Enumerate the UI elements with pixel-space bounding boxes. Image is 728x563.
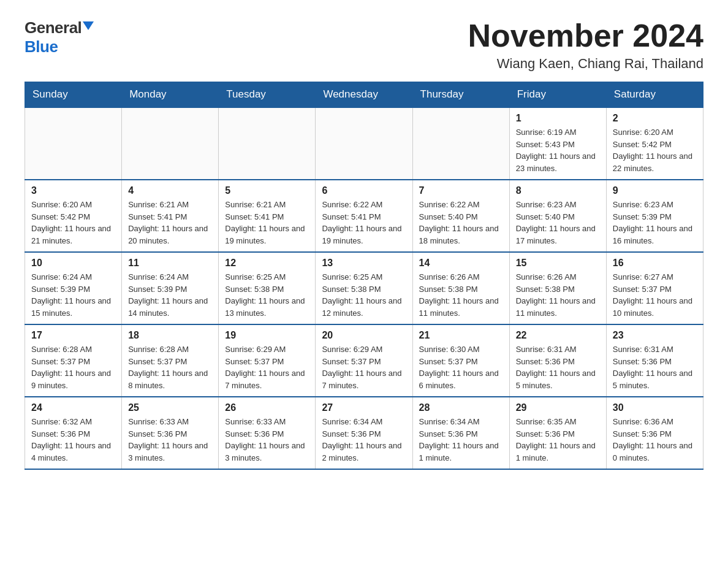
week-row-1: 1Sunrise: 6:19 AMSunset: 5:43 PMDaylight… <box>25 107 703 180</box>
day-number: 23 <box>613 330 697 341</box>
calendar-cell <box>412 107 509 180</box>
day-info: Sunrise: 6:28 AMSunset: 5:37 PMDaylight:… <box>128 343 212 391</box>
header: General Blue November 2024 Wiang Kaen, C… <box>25 18 703 72</box>
day-number: 28 <box>419 402 503 413</box>
calendar-cell: 29Sunrise: 6:35 AMSunset: 5:36 PMDayligh… <box>509 397 606 469</box>
day-number: 14 <box>419 258 503 269</box>
day-info: Sunrise: 6:27 AMSunset: 5:37 PMDaylight:… <box>613 271 697 319</box>
day-info: Sunrise: 6:36 AMSunset: 5:36 PMDaylight:… <box>613 416 697 464</box>
calendar-table: SundayMondayTuesdayWednesdayThursdayFrid… <box>25 82 703 470</box>
calendar-cell: 10Sunrise: 6:24 AMSunset: 5:39 PMDayligh… <box>25 252 122 324</box>
day-info: Sunrise: 6:26 AMSunset: 5:38 PMDaylight:… <box>419 271 503 319</box>
day-info: Sunrise: 6:20 AMSunset: 5:42 PMDaylight:… <box>613 126 697 174</box>
day-info: Sunrise: 6:31 AMSunset: 5:36 PMDaylight:… <box>516 343 600 391</box>
day-info: Sunrise: 6:29 AMSunset: 5:37 PMDaylight:… <box>225 343 309 391</box>
title-block: November 2024 Wiang Kaen, Chiang Rai, Th… <box>468 18 703 72</box>
day-number: 11 <box>128 258 212 269</box>
day-info: Sunrise: 6:33 AMSunset: 5:36 PMDaylight:… <box>128 416 212 464</box>
header-wednesday: Wednesday <box>316 82 412 108</box>
day-number: 12 <box>225 258 309 269</box>
day-info: Sunrise: 6:19 AMSunset: 5:43 PMDaylight:… <box>516 126 600 174</box>
day-info: Sunrise: 6:30 AMSunset: 5:37 PMDaylight:… <box>419 343 503 391</box>
calendar-cell: 25Sunrise: 6:33 AMSunset: 5:36 PMDayligh… <box>122 397 219 469</box>
calendar-cell: 21Sunrise: 6:30 AMSunset: 5:37 PMDayligh… <box>412 324 509 397</box>
calendar-cell: 30Sunrise: 6:36 AMSunset: 5:36 PMDayligh… <box>606 397 703 469</box>
day-number: 22 <box>516 330 600 341</box>
day-info: Sunrise: 6:26 AMSunset: 5:38 PMDaylight:… <box>516 271 600 319</box>
calendar-cell: 19Sunrise: 6:29 AMSunset: 5:37 PMDayligh… <box>219 324 316 397</box>
calendar-cell: 15Sunrise: 6:26 AMSunset: 5:38 PMDayligh… <box>509 252 606 324</box>
calendar-cell: 28Sunrise: 6:34 AMSunset: 5:36 PMDayligh… <box>412 397 509 469</box>
calendar-cell: 1Sunrise: 6:19 AMSunset: 5:43 PMDaylight… <box>509 107 606 180</box>
header-tuesday: Tuesday <box>219 82 316 108</box>
page-subtitle: Wiang Kaen, Chiang Rai, Thailand <box>468 56 703 72</box>
header-thursday: Thursday <box>412 82 509 108</box>
day-info: Sunrise: 6:20 AMSunset: 5:42 PMDaylight:… <box>31 199 115 247</box>
day-info: Sunrise: 6:24 AMSunset: 5:39 PMDaylight:… <box>128 271 212 319</box>
header-sunday: Sunday <box>25 82 122 108</box>
calendar-cell: 24Sunrise: 6:32 AMSunset: 5:36 PMDayligh… <box>25 397 122 469</box>
calendar-cell <box>122 107 219 180</box>
day-info: Sunrise: 6:25 AMSunset: 5:38 PMDaylight:… <box>225 271 309 319</box>
day-number: 6 <box>322 185 406 196</box>
calendar-header-row: SundayMondayTuesdayWednesdayThursdayFrid… <box>25 82 703 108</box>
header-friday: Friday <box>509 82 606 108</box>
logo: General Blue <box>25 18 94 56</box>
header-monday: Monday <box>122 82 219 108</box>
calendar-cell: 22Sunrise: 6:31 AMSunset: 5:36 PMDayligh… <box>509 324 606 397</box>
calendar-cell: 9Sunrise: 6:23 AMSunset: 5:39 PMDaylight… <box>606 180 703 252</box>
calendar-cell <box>316 107 412 180</box>
calendar-cell: 17Sunrise: 6:28 AMSunset: 5:37 PMDayligh… <box>25 324 122 397</box>
day-info: Sunrise: 6:21 AMSunset: 5:41 PMDaylight:… <box>128 199 212 247</box>
day-number: 7 <box>419 185 503 196</box>
day-number: 30 <box>613 402 697 413</box>
calendar-cell: 20Sunrise: 6:29 AMSunset: 5:37 PMDayligh… <box>316 324 412 397</box>
calendar-cell: 12Sunrise: 6:25 AMSunset: 5:38 PMDayligh… <box>219 252 316 324</box>
day-number: 24 <box>31 402 115 413</box>
day-info: Sunrise: 6:22 AMSunset: 5:41 PMDaylight:… <box>322 199 406 247</box>
logo-triangle-icon <box>83 21 94 30</box>
week-row-2: 3Sunrise: 6:20 AMSunset: 5:42 PMDaylight… <box>25 180 703 252</box>
day-number: 1 <box>516 113 600 124</box>
calendar-cell: 23Sunrise: 6:31 AMSunset: 5:36 PMDayligh… <box>606 324 703 397</box>
day-number: 19 <box>225 330 309 341</box>
day-info: Sunrise: 6:33 AMSunset: 5:36 PMDaylight:… <box>225 416 309 464</box>
calendar-cell: 18Sunrise: 6:28 AMSunset: 5:37 PMDayligh… <box>122 324 219 397</box>
calendar-cell <box>219 107 316 180</box>
week-row-5: 24Sunrise: 6:32 AMSunset: 5:36 PMDayligh… <box>25 397 703 469</box>
day-number: 29 <box>516 402 600 413</box>
day-info: Sunrise: 6:23 AMSunset: 5:40 PMDaylight:… <box>516 199 600 247</box>
day-info: Sunrise: 6:34 AMSunset: 5:36 PMDaylight:… <box>322 416 406 464</box>
day-number: 4 <box>128 185 212 196</box>
day-info: Sunrise: 6:32 AMSunset: 5:36 PMDaylight:… <box>31 416 115 464</box>
day-number: 21 <box>419 330 503 341</box>
day-info: Sunrise: 6:22 AMSunset: 5:40 PMDaylight:… <box>419 199 503 247</box>
day-number: 16 <box>613 258 697 269</box>
day-info: Sunrise: 6:23 AMSunset: 5:39 PMDaylight:… <box>613 199 697 247</box>
day-number: 3 <box>31 185 115 196</box>
calendar-cell: 2Sunrise: 6:20 AMSunset: 5:42 PMDaylight… <box>606 107 703 180</box>
header-saturday: Saturday <box>606 82 703 108</box>
day-info: Sunrise: 6:31 AMSunset: 5:36 PMDaylight:… <box>613 343 697 391</box>
day-number: 27 <box>322 402 406 413</box>
calendar-cell: 11Sunrise: 6:24 AMSunset: 5:39 PMDayligh… <box>122 252 219 324</box>
day-info: Sunrise: 6:25 AMSunset: 5:38 PMDaylight:… <box>322 271 406 319</box>
day-number: 2 <box>613 113 697 124</box>
day-number: 5 <box>225 185 309 196</box>
day-number: 9 <box>613 185 697 196</box>
day-number: 20 <box>322 330 406 341</box>
day-number: 8 <box>516 185 600 196</box>
day-info: Sunrise: 6:34 AMSunset: 5:36 PMDaylight:… <box>419 416 503 464</box>
calendar-cell <box>25 107 122 180</box>
calendar-cell: 26Sunrise: 6:33 AMSunset: 5:36 PMDayligh… <box>219 397 316 469</box>
day-info: Sunrise: 6:35 AMSunset: 5:36 PMDaylight:… <box>516 416 600 464</box>
day-number: 10 <box>31 258 115 269</box>
calendar-cell: 27Sunrise: 6:34 AMSunset: 5:36 PMDayligh… <box>316 397 412 469</box>
day-info: Sunrise: 6:29 AMSunset: 5:37 PMDaylight:… <box>322 343 406 391</box>
day-info: Sunrise: 6:21 AMSunset: 5:41 PMDaylight:… <box>225 199 309 247</box>
day-number: 15 <box>516 258 600 269</box>
day-number: 17 <box>31 330 115 341</box>
logo-general: General <box>25 18 82 37</box>
week-row-4: 17Sunrise: 6:28 AMSunset: 5:37 PMDayligh… <box>25 324 703 397</box>
day-info: Sunrise: 6:28 AMSunset: 5:37 PMDaylight:… <box>31 343 115 391</box>
